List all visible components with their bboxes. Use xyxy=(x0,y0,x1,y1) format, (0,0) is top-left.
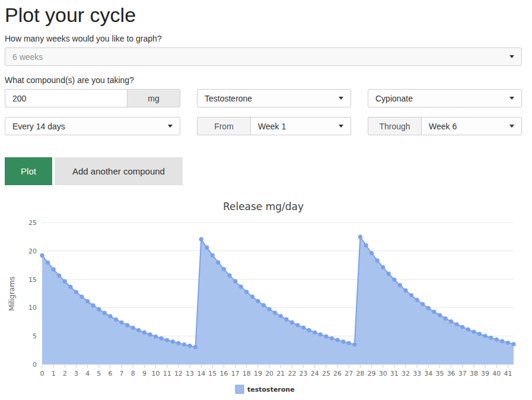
svg-text:2: 2 xyxy=(63,370,67,377)
svg-text:15: 15 xyxy=(28,276,37,284)
compound-form-grid: mg Testosterone Cypionate Every 14 days … xyxy=(5,89,522,135)
chart-canvas[interactable]: Release mg/day0510152025Miligrams0123456… xyxy=(5,195,522,400)
svg-text:26: 26 xyxy=(333,370,342,377)
svg-text:7: 7 xyxy=(120,370,124,377)
caret-down-icon xyxy=(509,55,514,58)
caret-down-icon xyxy=(168,125,173,128)
svg-text:11: 11 xyxy=(163,370,171,377)
caret-down-icon xyxy=(509,125,514,128)
svg-text:18: 18 xyxy=(243,370,251,377)
svg-text:39: 39 xyxy=(481,370,489,377)
from-week-select[interactable]: Week 1 xyxy=(250,117,351,135)
through-week-select[interactable]: Week 6 xyxy=(421,117,522,135)
dose-input-group: mg xyxy=(5,89,180,107)
svg-text:36: 36 xyxy=(447,370,455,377)
svg-text:10: 10 xyxy=(152,370,160,377)
svg-text:25: 25 xyxy=(322,370,330,377)
caret-down-icon xyxy=(509,97,514,100)
legend-label: testosterone xyxy=(247,386,295,393)
svg-text:40: 40 xyxy=(492,370,501,377)
chart-title: Release mg/day xyxy=(223,201,304,212)
compound-question-label: What compound(s) are you taking? xyxy=(5,75,522,85)
svg-text:0: 0 xyxy=(33,361,37,369)
svg-text:28: 28 xyxy=(356,370,364,377)
frequency-select-value: Every 14 days xyxy=(12,122,163,131)
compound-select-value: Testosterone xyxy=(205,94,334,103)
through-week-value: Week 6 xyxy=(429,122,505,131)
svg-text:37: 37 xyxy=(458,370,467,377)
chart-legend[interactable]: testosterone xyxy=(235,385,295,393)
svg-text:3: 3 xyxy=(74,370,78,377)
svg-text:10: 10 xyxy=(28,304,37,312)
svg-text:29: 29 xyxy=(368,370,376,377)
add-compound-button[interactable]: Add another compound xyxy=(55,157,183,185)
svg-text:33: 33 xyxy=(413,370,421,377)
svg-text:14: 14 xyxy=(197,370,205,377)
page-container: Plot your cycle How many weeks would you… xyxy=(5,4,522,400)
svg-text:32: 32 xyxy=(402,370,410,377)
svg-text:6: 6 xyxy=(108,370,112,377)
svg-text:35: 35 xyxy=(435,370,444,377)
weeks-question-label: How many weeks would you like to graph? xyxy=(5,34,522,43)
svg-text:20: 20 xyxy=(265,370,273,377)
svg-text:25: 25 xyxy=(28,219,37,227)
action-buttons: Plot Add another compound xyxy=(5,157,522,185)
compound-select[interactable]: Testosterone xyxy=(197,89,351,107)
dose-unit-addon: mg xyxy=(127,89,180,107)
svg-text:9: 9 xyxy=(142,370,146,377)
svg-text:5: 5 xyxy=(97,370,101,377)
x-axis-ticks: 0123456789101112131415161718192021222324… xyxy=(40,365,512,377)
caret-down-icon xyxy=(339,125,343,128)
svg-text:17: 17 xyxy=(231,370,240,377)
svg-text:20: 20 xyxy=(28,247,37,255)
svg-text:22: 22 xyxy=(288,370,296,377)
svg-text:30: 30 xyxy=(379,370,387,377)
svg-text:5: 5 xyxy=(33,332,37,340)
caret-down-icon xyxy=(339,97,343,100)
svg-text:13: 13 xyxy=(186,370,194,377)
svg-text:16: 16 xyxy=(220,370,228,377)
ester-select[interactable]: Cypionate xyxy=(368,89,522,107)
svg-text:41: 41 xyxy=(504,370,512,377)
from-addon: From xyxy=(197,117,250,135)
weeks-select[interactable]: 6 weeks xyxy=(5,47,522,66)
svg-text:27: 27 xyxy=(345,370,353,377)
ester-select-value: Cypionate xyxy=(375,94,505,103)
svg-text:21: 21 xyxy=(276,370,285,377)
area-series xyxy=(42,237,514,364)
svg-text:12: 12 xyxy=(174,370,183,377)
through-week-group: Through Week 6 xyxy=(368,117,522,135)
svg-text:8: 8 xyxy=(131,370,135,377)
svg-text:19: 19 xyxy=(254,370,262,377)
svg-text:34: 34 xyxy=(424,370,432,377)
from-week-group: From Week 1 xyxy=(197,117,351,135)
svg-text:31: 31 xyxy=(390,370,399,377)
weeks-select-value: 6 weeks xyxy=(12,52,505,62)
y-axis-label: Miligrams xyxy=(8,277,16,311)
frequency-select[interactable]: Every 14 days xyxy=(5,117,180,135)
svg-text:38: 38 xyxy=(470,370,478,377)
dose-input[interactable] xyxy=(5,89,127,107)
from-week-value: Week 1 xyxy=(258,122,334,131)
svg-text:0: 0 xyxy=(40,370,44,377)
plot-button[interactable]: Plot xyxy=(5,157,52,185)
svg-text:15: 15 xyxy=(208,370,216,377)
svg-text:1: 1 xyxy=(52,370,56,377)
page-title: Plot your cycle xyxy=(5,4,522,27)
svg-text:23: 23 xyxy=(300,370,308,377)
svg-text:24: 24 xyxy=(311,370,319,377)
through-addon: Through xyxy=(368,117,421,135)
svg-text:4: 4 xyxy=(85,370,90,377)
legend-swatch xyxy=(235,385,244,393)
release-chart: Release mg/day0510152025Miligrams0123456… xyxy=(5,195,522,400)
